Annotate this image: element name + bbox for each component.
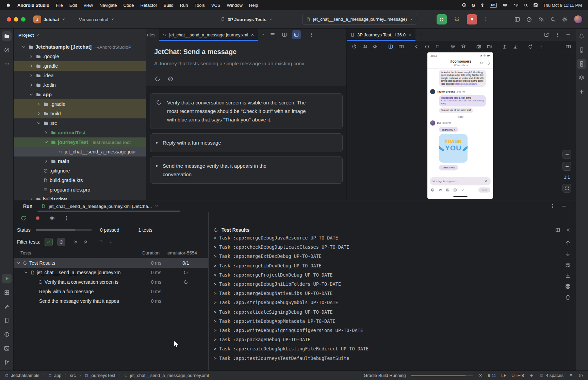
wifi-icon[interactable] — [514, 3, 519, 7]
expand-icon[interactable] — [461, 188, 464, 192]
run-button[interactable] — [437, 14, 447, 24]
journey-step-card[interactable]: Send the message verify that it appears … — [150, 156, 343, 184]
zoom-level[interactable]: 1:1 — [564, 174, 570, 181]
power-icon[interactable] — [352, 44, 357, 49]
maximize-window-button[interactable] — [21, 17, 26, 21]
minimize-window-button[interactable] — [14, 17, 18, 21]
collaborate-icon[interactable] — [538, 16, 544, 22]
journey-running-spinner-icon[interactable] — [154, 76, 161, 82]
project-widget[interactable]: J Jetchat — [33, 15, 66, 23]
journey-step-card[interactable]: Reply with a fun message — [150, 133, 343, 152]
tree-item-build[interactable]: build — [14, 109, 146, 118]
split-output-icon[interactable] — [555, 227, 560, 233]
test-row-step[interactable]: Send the message verify that it appea 0 … — [14, 296, 208, 306]
caret-position[interactable]: 9:11 — [488, 373, 496, 378]
volume-down-icon[interactable] — [373, 44, 378, 49]
menu-item[interactable]: Help — [249, 3, 258, 8]
tree-item-idea[interactable]: .idea — [14, 71, 146, 80]
console-output[interactable]: > Task :app:mergeDebugJavaResource UP-TO… — [214, 236, 559, 370]
print-icon[interactable] — [565, 283, 571, 290]
tree-item-journeystest[interactable]: journeysTesttest resources root — [14, 137, 146, 147]
stop-button[interactable] — [467, 14, 477, 24]
home-icon[interactable] — [424, 44, 430, 49]
notifications-button[interactable] — [577, 31, 586, 41]
more-actions-button[interactable] — [483, 16, 489, 22]
chevron-down-icon[interactable] — [16, 260, 21, 266]
menu-item[interactable]: View — [83, 3, 93, 8]
scroll-to-top-icon[interactable] — [565, 240, 571, 246]
emoji-icon[interactable] — [431, 188, 435, 192]
breadcrumb-app[interactable]: app — [48, 373, 62, 378]
run-configuration-selector[interactable]: 3P Journeys Tests — [220, 17, 273, 22]
search-everywhere-icon[interactable] — [550, 16, 556, 22]
more-vertical-icon[interactable] — [538, 44, 544, 49]
more-vertical-icon[interactable] — [550, 203, 555, 209]
partial-tab[interactable]: rties — [146, 29, 159, 41]
more-tool-windows-button[interactable] — [2, 59, 12, 69]
mention[interactable]: @aliconors — [441, 97, 453, 99]
mic-icon[interactable] — [484, 179, 488, 183]
indent-indicator[interactable]: 4 spaces — [539, 373, 564, 378]
breadcrumb-file[interactable]: jet_chat__send_a_message.journey.xml — [124, 373, 209, 378]
tab-journey-file[interactable]: jet_chat__send_a_message.journey.xml — [159, 29, 258, 41]
menu-item[interactable]: Navigate — [99, 3, 117, 8]
more-vertical-icon[interactable] — [63, 215, 69, 221]
tree-item-gitignore[interactable]: .gitignore — [14, 166, 146, 176]
chevron-down-icon[interactable] — [44, 139, 49, 145]
battery-icon[interactable] — [502, 3, 509, 7]
keyboard-layout-indicator[interactable]: US — [490, 3, 497, 8]
device-explorer-button[interactable] — [2, 316, 12, 325]
apple-icon[interactable] — [6, 3, 11, 7]
menu-item[interactable]: Tools — [195, 3, 205, 8]
packages-tool-button[interactable] — [2, 288, 12, 297]
bluetooth-icon[interactable] — [480, 3, 485, 7]
tree-item-kotlin[interactable]: .kotlin — [14, 80, 146, 90]
clear-all-icon[interactable] — [565, 294, 571, 300]
previous-occurrence-icon[interactable] — [98, 239, 104, 245]
column-device[interactable]: emulator-5554 — [163, 250, 208, 255]
test-row-journey[interactable]: jet_chat__send_a_message.journey.xm 0 ms — [14, 268, 208, 277]
tab-list-dropdown-icon[interactable] — [261, 33, 265, 37]
gemini-button[interactable] — [577, 87, 586, 97]
run-tab[interactable]: jet_chat__send_a_message.journey.xml (Je… — [41, 204, 159, 209]
split-view-button[interactable] — [280, 30, 289, 39]
profiler-icon[interactable] — [526, 16, 532, 22]
add-device-tab-button[interactable] — [415, 29, 427, 41]
volume-up-icon[interactable] — [362, 44, 368, 49]
screen-record-icon[interactable] — [487, 44, 492, 49]
menu-item[interactable]: Build — [164, 3, 174, 8]
problems-tool-button[interactable] — [2, 330, 12, 339]
hide-panel-icon[interactable] — [566, 32, 571, 37]
close-icon[interactable] — [408, 33, 412, 37]
code-view-button[interactable] — [268, 30, 277, 39]
chevron-right-icon[interactable] — [29, 63, 34, 69]
watch-icon[interactable] — [49, 215, 55, 221]
soft-wrap-icon[interactable] — [565, 262, 571, 268]
chevron-right-icon[interactable] — [44, 130, 49, 135]
notifications-indicator-icon[interactable] — [578, 373, 583, 378]
rerun-icon[interactable] — [20, 215, 27, 221]
breadcrumb-src[interactable]: src — [70, 373, 76, 378]
info-icon[interactable] — [486, 61, 490, 65]
device-settings-icon[interactable] — [450, 44, 456, 49]
project-panel-header[interactable]: Project — [14, 29, 146, 42]
build-tool-button[interactable] — [2, 302, 12, 311]
menu-clock[interactable]: Thu Oct 9 11:11 PM — [543, 3, 582, 8]
chevron-down-icon[interactable] — [23, 270, 29, 275]
chevron-down-icon[interactable] — [21, 44, 27, 50]
device-manager-button[interactable] — [577, 45, 586, 55]
run-tool-button[interactable] — [2, 274, 12, 283]
no-run-icon[interactable] — [167, 76, 174, 82]
tab-device[interactable]: 3P Journeys Test...l 36.0 — [347, 29, 415, 41]
lock-icon[interactable] — [569, 373, 573, 378]
running-devices-button[interactable] — [577, 59, 586, 69]
menu-item[interactable]: VCS — [211, 3, 220, 8]
zoom-out-button[interactable] — [562, 162, 571, 171]
window-layout-icon[interactable] — [514, 16, 520, 22]
column-duration[interactable]: Duration — [134, 250, 163, 255]
tree-item-journey-file[interactable]: jet_chat__send_a_message.jour — [14, 147, 146, 156]
horizontal-scrollbar[interactable] — [37, 211, 180, 212]
avatar[interactable] — [430, 120, 435, 126]
close-icon[interactable] — [154, 204, 159, 208]
test-row-step[interactable]: Reply with a fun message 0 ms — [14, 287, 208, 296]
